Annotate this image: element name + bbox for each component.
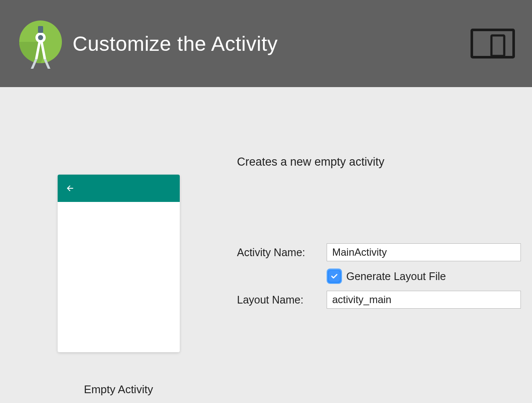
activity-name-row: Activity Name: [237, 243, 521, 261]
header-left-group: Customize the Activity [17, 18, 278, 69]
android-studio-icon [17, 18, 64, 69]
svg-point-2 [38, 35, 43, 40]
wizard-content: Empty Activity Creates a new empty activ… [0, 87, 532, 403]
layout-name-input[interactable] [327, 291, 521, 309]
form-panel: Creates a new empty activity Activity Na… [237, 87, 532, 403]
template-name-label: Empty Activity [84, 383, 153, 396]
device-form-factor-icon [471, 29, 515, 58]
generate-layout-row: Generate Layout File [327, 269, 521, 284]
activity-name-input[interactable] [327, 243, 521, 261]
checkmark-icon [331, 273, 338, 280]
back-arrow-icon [65, 184, 75, 193]
page-title: Customize the Activity [73, 32, 278, 55]
template-description: Creates a new empty activity [237, 155, 521, 169]
layout-name-row: Layout Name: [237, 291, 521, 309]
wizard-header: Customize the Activity [0, 0, 532, 87]
activity-name-label: Activity Name: [237, 246, 327, 259]
generate-layout-checkbox[interactable] [327, 269, 342, 284]
svg-rect-3 [38, 26, 43, 33]
generate-layout-label: Generate Layout File [346, 270, 446, 283]
svg-rect-5 [491, 35, 504, 56]
layout-name-label: Layout Name: [237, 294, 327, 306]
activity-preview-card [58, 175, 180, 352]
preview-app-bar [58, 175, 180, 202]
template-preview-panel: Empty Activity [0, 87, 237, 403]
